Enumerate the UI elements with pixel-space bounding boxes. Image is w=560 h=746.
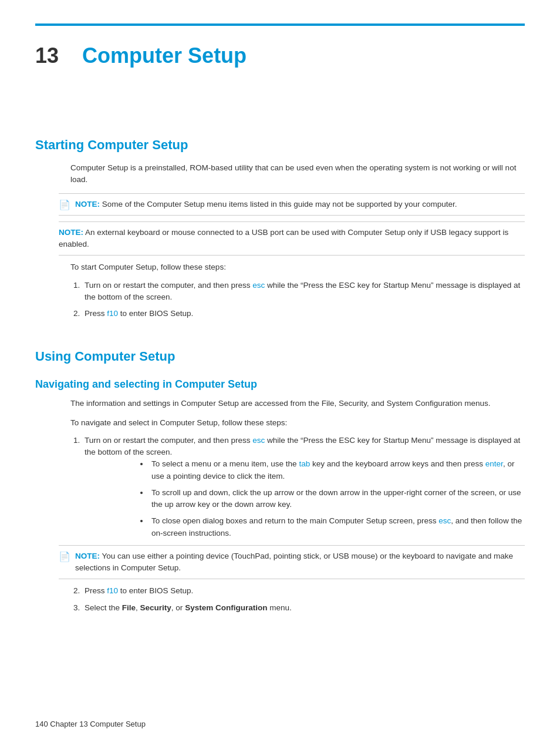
- note-icon-3: 📄: [59, 551, 70, 562]
- top-border-line: [35, 23, 525, 26]
- step3-mid1: ,: [136, 603, 140, 612]
- bullet3-prefix: To close open dialog boxes and return to…: [151, 516, 438, 525]
- note-content-2: An external keyboard or mouse connected …: [59, 228, 508, 248]
- nav-step1-key: esc: [252, 436, 265, 445]
- note-icon-1: 📄: [59, 199, 70, 210]
- step3-prefix: Select the: [85, 603, 122, 612]
- note-content-1: Some of the Computer Setup menu items li…: [102, 200, 457, 209]
- nav-step2-key: f10: [107, 586, 118, 595]
- note-box-3: 📄 NOTE: You can use either a pointing de…: [59, 545, 525, 580]
- chapter-title: 13 Computer Setup: [35, 43, 525, 68]
- starting-step-1: Turn on or restart the computer, and the…: [82, 280, 525, 304]
- step2-key: f10: [107, 309, 118, 318]
- step3-security: Security: [140, 603, 171, 612]
- page-container: 13 Computer Setup Starting Computer Setu…: [0, 0, 560, 746]
- note-content-3: You can use either a pointing device (To…: [75, 552, 513, 572]
- step2-suffix: to enter BIOS Setup.: [118, 309, 193, 318]
- spacer1: [35, 73, 525, 108]
- nav-step2-suffix: to enter BIOS Setup.: [118, 586, 193, 595]
- note-text-1: NOTE: Some of the Computer Setup menu it…: [75, 199, 457, 210]
- bullet1-key: tab: [299, 459, 310, 468]
- nav-heading: Navigating and selecting in Computer Set…: [35, 378, 525, 391]
- nav-bullet-2: To scroll up and down, click the up arro…: [149, 487, 525, 511]
- starting-steps: Turn on or restart the computer, and the…: [82, 280, 525, 320]
- nav-intro: To navigate and select in Computer Setup…: [70, 417, 525, 429]
- page-footer: 140 Chapter 13 Computer Setup: [35, 720, 146, 728]
- using-heading: Using Computer Setup: [35, 349, 525, 364]
- step1-key: esc: [252, 281, 265, 290]
- nav-bullet-1: To select a menu or a menu item, use the…: [149, 458, 525, 482]
- nav-step-3: Select the File, Security, or System Con…: [82, 602, 525, 614]
- bullet1-suffix: key and the keyboard arrow keys and then…: [310, 459, 485, 468]
- nav-step-2: Press f10 to enter BIOS Setup.: [82, 585, 525, 597]
- note-text-2: NOTE: An external keyboard or mouse conn…: [59, 227, 525, 251]
- step1-prefix: Turn on or restart the computer, and the…: [85, 281, 252, 290]
- bullet1-key2: enter: [485, 459, 503, 468]
- note-box-2: NOTE: An external keyboard or mouse conn…: [59, 221, 525, 256]
- starting-intro: To start Computer Setup, follow these st…: [70, 261, 525, 273]
- note-box-1: 📄 NOTE: Some of the Computer Setup menu …: [59, 193, 525, 216]
- nav-bullet-list: To select a menu or a menu item, use the…: [149, 458, 525, 539]
- nav-step1-prefix: Turn on or restart the computer, and the…: [85, 436, 252, 445]
- nav-body1: The information and settings in Computer…: [70, 398, 525, 409]
- nav-steps: Turn on or restart the computer, and the…: [82, 435, 525, 539]
- nav-step-1: Turn on or restart the computer, and the…: [82, 435, 525, 539]
- nav-steps-continued: Press f10 to enter BIOS Setup. Select th…: [82, 585, 525, 614]
- starting-step-2: Press f10 to enter BIOS Setup.: [82, 308, 525, 320]
- step3-file: File: [122, 603, 136, 612]
- chapter-name: Computer Setup: [82, 43, 247, 68]
- bullet1-prefix: To select a menu or a menu item, use the: [151, 459, 299, 468]
- step3-sysconfig: System Configuration: [185, 603, 267, 612]
- note-label-3: NOTE:: [75, 552, 100, 560]
- step3-suffix: menu.: [267, 603, 291, 612]
- bullet3-key: esc: [438, 516, 451, 525]
- step2-prefix: Press: [85, 309, 107, 318]
- starting-body1: Computer Setup is a preinstalled, ROM-ba…: [70, 162, 525, 186]
- chapter-number: 13: [35, 43, 59, 68]
- nav-bullet-3: To close open dialog boxes and return to…: [149, 515, 525, 539]
- note-label-2: NOTE:: [59, 228, 83, 237]
- note-text-3: NOTE: You can use either a pointing devi…: [75, 550, 525, 574]
- step3-mid2: , or: [171, 603, 185, 612]
- nav-step2-prefix: Press: [85, 586, 107, 595]
- note-label-1: NOTE:: [75, 200, 100, 209]
- starting-heading: Starting Computer Setup: [35, 137, 525, 153]
